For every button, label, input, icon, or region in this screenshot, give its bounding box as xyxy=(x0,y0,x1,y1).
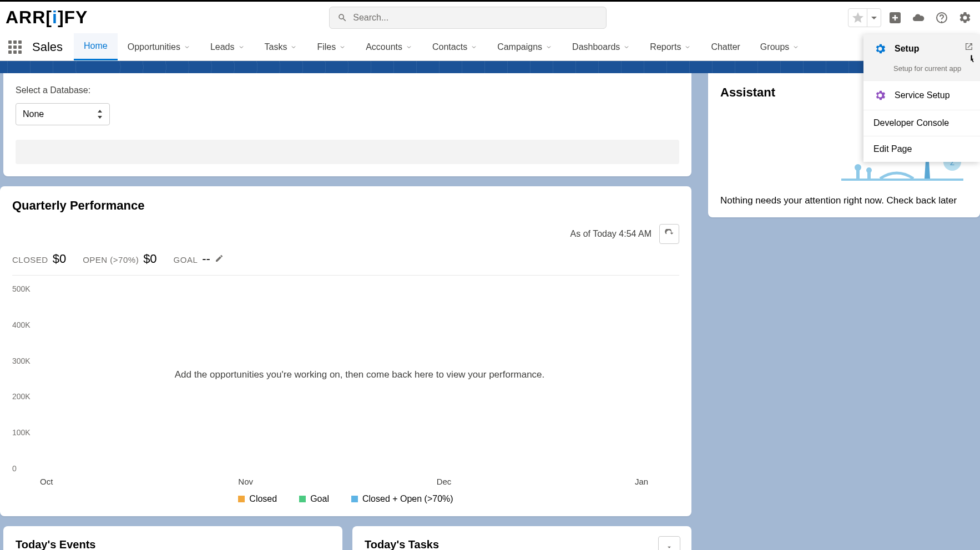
select-arrows-icon xyxy=(97,110,103,119)
y-axis-tick: 200K xyxy=(12,392,31,401)
x-axis-tick: Dec xyxy=(437,477,481,486)
chart-legend: Closed Goal Closed + Open (>70%) xyxy=(12,494,679,504)
chevron-down-icon xyxy=(471,44,477,50)
nav-tab-contacts[interactable]: Contacts xyxy=(422,33,487,60)
waffle-icon xyxy=(8,40,22,54)
kpi-closed-value: $0 xyxy=(53,252,66,266)
y-axis-tick: 300K xyxy=(12,357,31,365)
setup-menu-item-service-setup[interactable]: Service Setup xyxy=(863,81,980,110)
external-link-icon xyxy=(964,42,973,51)
chevron-down-icon xyxy=(792,44,799,50)
global-actions xyxy=(848,8,974,27)
quarterly-performance-card: Quarterly Performance As of Today 4:54 A… xyxy=(0,186,691,516)
global-search-input[interactable]: Search... xyxy=(329,7,607,29)
nav-tab-chatter[interactable]: Chatter xyxy=(701,33,750,60)
favorites-button[interactable] xyxy=(848,8,867,27)
chevron-down-icon xyxy=(238,44,245,50)
nav-tab-campaigns[interactable]: Campaigns xyxy=(487,33,562,60)
gear-icon xyxy=(873,89,887,102)
as-of-timestamp: As of Today 4:54 AM xyxy=(570,229,651,239)
nav-tab-home[interactable]: Home xyxy=(74,33,118,60)
x-axis-tick: Oct xyxy=(40,477,84,486)
app-logo: ARR[i]FY xyxy=(6,7,88,28)
nav-tab-dashboards[interactable]: Dashboards xyxy=(562,33,640,60)
kpi-row: CLOSED$0 OPEN (>70%)$0 GOAL-- xyxy=(12,252,679,276)
tasks-menu-button[interactable] xyxy=(658,536,680,550)
nav-tab-groups[interactable]: Groups xyxy=(750,33,809,60)
cursor-pointer-icon xyxy=(967,54,977,64)
chevron-down-icon xyxy=(665,543,673,550)
todays-events-card: Today's Events xyxy=(3,526,342,550)
legend-closed: Closed xyxy=(238,494,277,504)
chevron-down-icon xyxy=(184,44,190,50)
svg-point-6 xyxy=(866,167,872,173)
setup-dropdown-menu: Setup Setup for current app Service Setu… xyxy=(863,34,980,162)
object-nav-bar: Sales HomeOpportunitiesLeadsTasksFilesAc… xyxy=(0,33,980,61)
svg-point-4 xyxy=(855,164,861,171)
kpi-goal-label: GOAL xyxy=(174,255,198,264)
todays-events-title: Today's Events xyxy=(16,538,330,550)
todays-tasks-title: Today's Tasks xyxy=(365,538,679,550)
refresh-icon xyxy=(664,229,674,239)
setup-menu-item-edit-page[interactable]: Edit Page xyxy=(863,136,980,162)
search-placeholder: Search... xyxy=(353,13,388,23)
global-header: ARR[i]FY Search... xyxy=(0,0,980,33)
database-select-label: Select a Database: xyxy=(16,85,679,95)
chevron-down-icon xyxy=(339,44,346,50)
chevron-down-icon xyxy=(406,44,412,50)
svg-rect-7 xyxy=(867,172,871,179)
app-launcher-button[interactable] xyxy=(6,38,24,57)
chevron-down-icon xyxy=(623,44,630,50)
kpi-closed-label: CLOSED xyxy=(12,255,48,264)
assistant-message: Nothing needs your attention right now. … xyxy=(720,195,980,206)
app-name-label: Sales xyxy=(32,40,63,54)
kpi-open-label: OPEN (>70%) xyxy=(83,255,139,264)
y-axis-tick: 0 xyxy=(12,464,31,473)
database-select[interactable]: None xyxy=(16,103,110,125)
legend-goal: Goal xyxy=(299,494,329,504)
y-axis-tick: 400K xyxy=(12,320,31,329)
nav-tab-accounts[interactable]: Accounts xyxy=(356,33,422,60)
chevron-down-icon xyxy=(545,44,552,50)
decorative-banner xyxy=(0,61,980,73)
nav-tab-tasks[interactable]: Tasks xyxy=(255,33,307,60)
nav-tab-leads[interactable]: Leads xyxy=(200,33,255,60)
nav-tab-opportunities[interactable]: Opportunities xyxy=(118,33,200,60)
edit-goal-button[interactable] xyxy=(215,254,224,263)
chart-empty-message: Add the opportunities you're working on,… xyxy=(40,369,679,380)
legend-closed-open: Closed + Open (>70%) xyxy=(351,494,453,504)
x-axis-tick: Jan xyxy=(635,477,679,486)
chevron-down-icon xyxy=(290,44,297,50)
global-create-button[interactable] xyxy=(886,8,905,27)
performance-chart: 500K400K300K200K100K0 Add the opportunit… xyxy=(12,284,679,490)
database-card: Select a Database: None xyxy=(3,73,691,176)
setup-menu-item-developer-console[interactable]: Developer Console xyxy=(863,110,980,136)
setup-menu-item-setup[interactable]: Setup Setup for current app xyxy=(863,34,980,81)
y-axis-tick: 500K xyxy=(12,284,31,293)
setup-gear-button[interactable] xyxy=(956,8,974,27)
search-icon xyxy=(337,13,347,23)
favorites-dropdown[interactable] xyxy=(867,8,881,27)
quarterly-performance-title: Quarterly Performance xyxy=(12,198,679,213)
chevron-down-icon xyxy=(684,44,691,50)
todays-tasks-card: Today's Tasks xyxy=(352,526,691,550)
y-axis-tick: 100K xyxy=(12,428,31,437)
database-result-strip xyxy=(16,140,679,164)
kpi-goal-value: -- xyxy=(202,252,210,266)
svg-rect-5 xyxy=(856,170,860,179)
kpi-open-value: $0 xyxy=(143,252,156,266)
nav-tab-reports[interactable]: Reports xyxy=(640,33,701,60)
x-axis-tick: Nov xyxy=(238,477,282,486)
refresh-button[interactable] xyxy=(659,224,679,244)
salesforce-cloud-button[interactable] xyxy=(909,8,928,27)
gear-icon xyxy=(873,42,887,55)
svg-rect-1 xyxy=(841,179,963,181)
nav-tab-files[interactable]: Files xyxy=(307,33,356,60)
help-button[interactable] xyxy=(932,8,951,27)
